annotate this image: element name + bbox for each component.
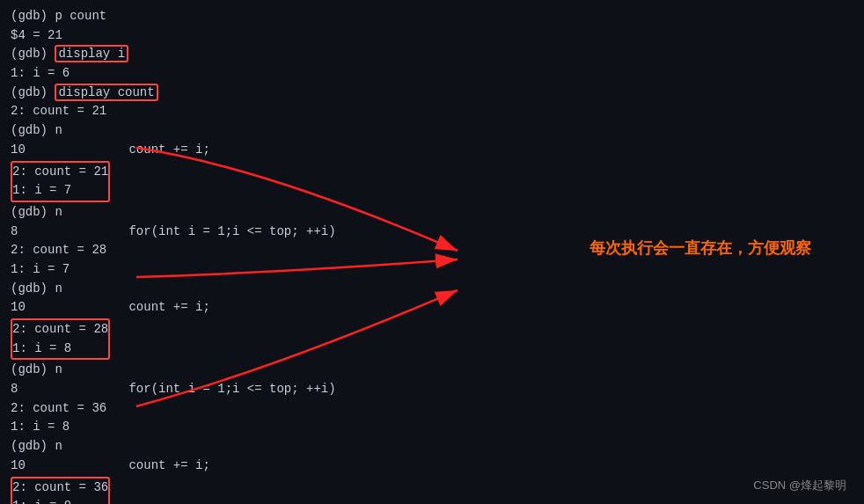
line-6: 2: count = 21 [11, 102, 853, 121]
box-group-3: 2: count = 36 1: i = 9 [11, 477, 110, 505]
line-3: (gdb) display i [11, 45, 853, 64]
line-count-inc-2: 10 count += i; [11, 298, 853, 318]
box3-line1: 2: count = 36 [12, 478, 108, 498]
line-2: $4 = 21 [11, 26, 853, 46]
line-7: (gdb) n [11, 121, 853, 141]
box2-line2: 1: i = 8 [12, 340, 108, 359]
box2-line1: 2: count = 28 [12, 320, 108, 340]
box-group-2: 2: count = 28 1: i = 8 [11, 318, 110, 360]
display-i-highlight: display i [55, 45, 128, 62]
line-4: 1: i = 6 [11, 64, 853, 84]
csdn-label: CSDN @烽起黎明 [753, 478, 846, 493]
annotation-text: 每次执行会一直存在，方便观察 [589, 237, 811, 259]
line-gdb-n-4: (gdb) n [11, 361, 853, 380]
line-for-2: 8 for(int i = 1;i <= top; ++i) [11, 380, 853, 399]
line-1: (gdb) p count [11, 7, 853, 26]
line-5: (gdb) display count [11, 84, 853, 103]
line-i8: 1: i = 8 [11, 418, 853, 437]
line-count-inc-3: 10 count += i; [11, 457, 853, 476]
line-8: 10 count += i; [11, 141, 853, 160]
box-group-1: 2: count = 21 1: i = 7 [11, 161, 110, 202]
box1-line1: 2: count = 21 [12, 163, 108, 182]
box3-line2: 1: i = 9 [12, 497, 108, 504]
display-count-highlight: display count [55, 84, 157, 101]
line-count36a: 2: count = 36 [11, 399, 853, 419]
gdb-prefix-5: (gdb) [11, 85, 55, 99]
line-gdb-n-5: (gdb) n [11, 437, 853, 457]
box1-line2: 1: i = 7 [12, 181, 108, 201]
gdb-prompt: (gdb) p count [11, 9, 106, 23]
line-i7: 1: i = 7 [11, 260, 853, 280]
gdb-prefix-3: (gdb) [11, 47, 55, 61]
line-gdb-n-3: (gdb) n [11, 280, 853, 299]
line-gdb-n-2: (gdb) n [11, 203, 853, 223]
